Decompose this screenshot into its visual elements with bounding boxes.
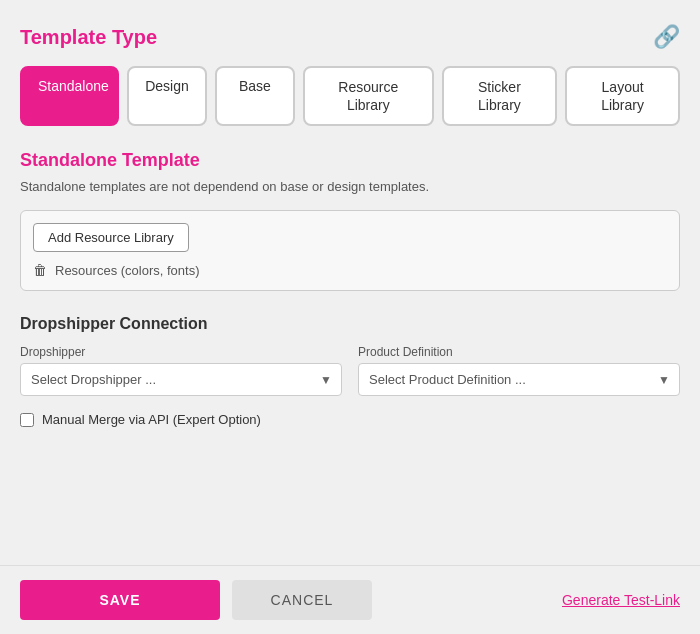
tab-base[interactable]: Base [215, 66, 295, 126]
tab-resource-library[interactable]: Resource Library [303, 66, 434, 126]
link-icon[interactable]: 🔗 [653, 24, 680, 50]
tab-design[interactable]: Design [127, 66, 207, 126]
section-description: Standalone templates are not dependend o… [20, 179, 680, 194]
section-title: Standalone Template [20, 150, 680, 171]
product-definition-select[interactable]: Select Product Definition ... [358, 363, 680, 396]
product-definition-label: Product Definition [358, 345, 680, 359]
manual-merge-label: Manual Merge via API (Expert Option) [42, 412, 261, 427]
manual-merge-checkbox[interactable] [20, 413, 34, 427]
generate-test-link-button[interactable]: Generate Test-Link [562, 592, 680, 608]
dropshipper-select[interactable]: Select Dropshipper ... [20, 363, 342, 396]
dropshipper-field-group: Dropshipper Select Dropshipper ... ▼ [20, 345, 342, 396]
tab-standalone[interactable]: Standalone [20, 66, 119, 126]
dropshipper-section-title: Dropshipper Connection [20, 315, 680, 333]
save-button[interactable]: SAVE [20, 580, 220, 620]
footer: SAVE CANCEL Generate Test-Link [0, 565, 700, 634]
dropshipper-select-wrapper: Select Dropshipper ... ▼ [20, 363, 342, 396]
tab-sticker-library[interactable]: Sticker Library [442, 66, 558, 126]
cancel-button[interactable]: CANCEL [232, 580, 372, 620]
product-definition-field-group: Product Definition Select Product Defini… [358, 345, 680, 396]
library-box: Add Resource Library 🗑 Resources (colors… [20, 210, 680, 291]
tab-layout-library[interactable]: Layout Library [565, 66, 680, 126]
add-resource-library-button[interactable]: Add Resource Library [33, 223, 189, 252]
tabs-row: Standalone Design Base Resource Library … [20, 66, 680, 126]
template-type-title: Template Type [20, 26, 157, 49]
trash-icon[interactable]: 🗑 [33, 262, 47, 278]
product-definition-select-wrapper: Select Product Definition ... ▼ [358, 363, 680, 396]
resource-item: 🗑 Resources (colors, fonts) [33, 262, 667, 278]
manual-merge-row: Manual Merge via API (Expert Option) [20, 412, 680, 427]
dropshipper-row: Dropshipper Select Dropshipper ... ▼ Pro… [20, 345, 680, 396]
dropshipper-label: Dropshipper [20, 345, 342, 359]
